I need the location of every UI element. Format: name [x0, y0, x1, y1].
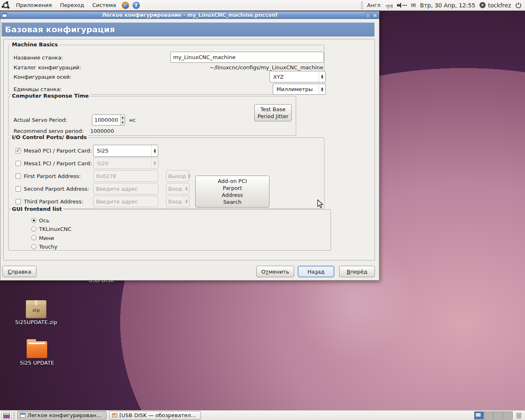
parport1-checkbox[interactable] — [16, 173, 21, 179]
mesa1-checkbox[interactable] — [16, 161, 21, 166]
pncconf-window: Легкое конфигурирование - my_LinuxCNC_ma… — [0, 11, 379, 281]
combo-arrows-icon: ▲▼ — [184, 196, 189, 207]
desktop-icon-folder-label[interactable]: 5i25 UPDATE — [10, 360, 64, 366]
mail-notification-icon[interactable]: ✉ — [411, 2, 416, 9]
axes-config-label: Конфигурация осей: — [14, 71, 71, 82]
parport1-label: First Parport Address: — [24, 170, 81, 182]
combo-arrows-icon: ▲▼ — [319, 84, 325, 94]
mesa0-label: Mesa0 PCI / Parport Card: — [24, 145, 92, 156]
machine-units-select[interactable]: Миллиметры ▲▼ — [273, 84, 326, 95]
servo-period-spinner[interactable]: 1000000 ▲ ▼ — [92, 114, 125, 126]
recommend-servo-value: 1000000 — [90, 127, 114, 135]
workspace-2[interactable] — [484, 412, 493, 419]
top-panel: Приложения Переход Система ? Англ ! ✉ Вт… — [0, 0, 525, 11]
gui-radio-axis[interactable] — [31, 218, 37, 223]
parport3-checkbox[interactable] — [16, 199, 21, 204]
window-title: Легкое конфигурирование - my_LinuxCNC_ma… — [102, 12, 278, 18]
machine-basics-frame: Machine Basics Название станка: my_Linux… — [8, 45, 324, 95]
folder-icon[interactable] — [27, 341, 47, 358]
zip-badge: zip — [26, 308, 46, 313]
addon-pci-search-button[interactable]: Add-on PCIParportAddressSearch — [195, 176, 269, 208]
parport2-checkbox[interactable] — [16, 186, 21, 192]
servo-units-label: нс — [129, 114, 136, 126]
gui-radio-tklinuxcnc[interactable] — [31, 226, 37, 232]
network-wifi-icon[interactable]: ! — [385, 2, 393, 9]
ubuntu-dot — [2, 6, 4, 8]
volume-muted-icon[interactable] — [397, 2, 407, 8]
combo-arrows-icon: ▲▼ — [184, 183, 189, 194]
menu-applications[interactable]: Приложения — [12, 0, 56, 10]
help-launcher-icon[interactable]: ? — [132, 2, 140, 9]
mesa0-card-select[interactable]: 5i25 ▲▼ — [93, 145, 158, 157]
machine-name-input[interactable]: my_LinuxCNC_machine — [170, 52, 324, 63]
workspace-1[interactable] — [475, 412, 484, 419]
show-desktop-button[interactable] — [1, 411, 12, 420]
combo-arrows-icon: ▲▼ — [151, 158, 158, 169]
user-menu[interactable]: × tockfrez — [479, 2, 511, 9]
username: tockfrez — [488, 2, 511, 9]
page-content: Machine Basics Название станка: my_Linux… — [3, 39, 375, 260]
recommend-servo-label: Recommend servo period: — [14, 127, 84, 135]
window-icon — [20, 413, 25, 418]
firefox-launcher-icon[interactable] — [122, 2, 129, 9]
axes-config-select[interactable]: XYZ ▲▼ — [269, 71, 326, 82]
ubuntu-dot — [7, 7, 9, 9]
power-icon[interactable] — [515, 2, 522, 9]
parport3-direction-select: Вход ▲▼ — [166, 196, 189, 207]
clock[interactable]: Втр, 30 Апр, 12:55 — [420, 2, 475, 9]
gui-frontend-legend: GUI frontend list — [11, 206, 63, 212]
gui-radio-touchy[interactable] — [31, 244, 37, 249]
help-button[interactable]: Справка — [2, 266, 37, 277]
ubuntu-menu-icon[interactable] — [2, 2, 9, 9]
test-base-period-jitter-button[interactable]: Test BasePeriod Jitter — [254, 104, 292, 121]
minimize-button[interactable]: _ — [365, 13, 371, 18]
parport2-address-input: Введите адрес — [93, 183, 158, 194]
mouse-cursor — [317, 199, 324, 209]
mesa1-card-select: 5i20 ▲▼ — [93, 158, 158, 169]
window-titlebar[interactable]: Легкое конфигурирование - my_LinuxCNC_ma… — [0, 11, 379, 19]
window-body: Базовая конфигурация Machine Basics Назв… — [0, 19, 379, 281]
workspace-4[interactable] — [503, 412, 512, 419]
back-button[interactable]: Назад — [298, 266, 334, 277]
gui-radio-touchy-label: Touchy — [39, 241, 57, 252]
config-dir-value: ~/linuxcnc/configs/my_LinuxCNC_machine — [210, 64, 323, 71]
combo-arrows-icon: ▲▼ — [188, 171, 190, 181]
tasklist-grip-handle[interactable] — [13, 412, 15, 419]
page-title: Базовая конфигурация — [2, 25, 115, 34]
spin-down-icon[interactable]: ▼ — [121, 120, 125, 125]
parport3-label: Third Parport Address: — [24, 196, 83, 207]
parport1-direction-select: Выход ▲▼ — [166, 170, 189, 182]
workspace-switcher — [474, 411, 513, 420]
svg-text:!: ! — [391, 4, 393, 9]
forward-button[interactable]: Вперёд — [339, 266, 375, 277]
workspace-3[interactable] — [493, 412, 503, 419]
io-ports-legend: I/O Control Ports/ Boards — [11, 134, 88, 140]
mesa0-checkbox[interactable] — [16, 148, 21, 153]
file-manager-icon — [112, 413, 117, 418]
keyboard-layout-indicator[interactable]: Англ — [367, 2, 381, 8]
trash-icon[interactable] — [515, 412, 523, 419]
parport1-address-input: 0x0278 — [93, 170, 158, 182]
task-button-pncconf[interactable]: Легкое конфигурирован... — [17, 411, 107, 420]
desktop-icon-zip-label[interactable]: 5i25UPDATE.zip — [8, 319, 64, 325]
combo-arrows-icon: ▲▼ — [319, 71, 325, 82]
gui-frontend-frame: GUI frontend list Ось TKLinuxCNC Мини To… — [8, 209, 331, 251]
applet-grip-handle[interactable] — [361, 2, 363, 9]
show-desktop-icon — [3, 413, 10, 418]
io-ports-frame: I/O Control Ports/ Boards Mesa0 PCI / Pa… — [8, 137, 324, 209]
response-time-frame: Computer Response Time Test BasePeriod J… — [8, 96, 296, 136]
menu-system[interactable]: Система — [88, 0, 120, 10]
cancel-button[interactable]: Отменить — [256, 266, 294, 277]
response-time-legend: Computer Response Time — [11, 93, 90, 99]
spin-up-icon[interactable]: ▲ — [121, 115, 125, 120]
machine-name-label: Название станка: — [14, 52, 63, 63]
gui-radio-mini[interactable] — [31, 235, 37, 240]
zip-archive-icon[interactable]: zip — [26, 300, 46, 318]
user-status-icon: × — [479, 2, 486, 8]
window-menu-icon[interactable] — [2, 13, 7, 17]
mesa1-label: Mesa1 PCI / Parport Card: — [24, 158, 92, 169]
menu-places[interactable]: Переход — [56, 0, 88, 10]
task-button-file-manager[interactable]: [USB DISK — обозревател... — [109, 411, 201, 420]
bottom-taskbar: Легкое конфигурирован... [USB DISK — обо… — [0, 410, 525, 420]
close-button[interactable]: × — [372, 13, 378, 18]
